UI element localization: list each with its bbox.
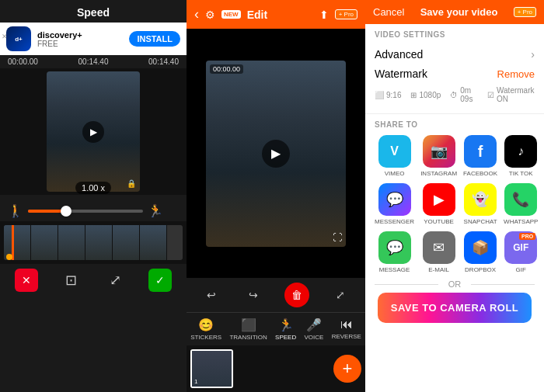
watermark-row: Watermark Remove [375, 65, 535, 82]
expand-icon[interactable]: ⤢ [330, 284, 351, 306]
snapchat-label: SNAPCHAT [464, 218, 497, 225]
vimeo-icon: V [378, 135, 411, 168]
lock-icon: 🔒 [127, 179, 136, 188]
stickers-icon: 😊 [198, 317, 214, 332]
ad-install-button[interactable]: INSTALL [129, 31, 180, 47]
mid-panel: ‹ ⚙ NEW Edit ⬆ + Pro 00:00.00 ▶ ⛶ ↩ ↪ 🗑 … [187, 0, 365, 392]
dropbox-icon: 📦 [464, 231, 497, 264]
delete-button[interactable]: 🗑 [284, 283, 309, 307]
timeline-strip [0, 221, 187, 264]
right-pro-badge: + Pro [514, 7, 536, 17]
snapchat-icon: 👻 [464, 183, 497, 216]
toolbar-speed[interactable]: 🏃 SPEED [275, 317, 296, 341]
speed-slider-row: 🚶 🏃 [0, 200, 171, 221]
cancel-button[interactable]: Cancel [373, 6, 404, 18]
new-badge: NEW [221, 10, 241, 19]
speed-label: SPEED [275, 334, 296, 341]
share-tiktok[interactable]: ♪ TIK TOK [504, 135, 538, 177]
close-button[interactable]: ✕ [15, 269, 38, 292]
settings-icon[interactable]: ⚙ [205, 9, 215, 21]
video-preview-area: ▶ 🔒 [0, 68, 187, 195]
meta-duration: ⏱ 0m 09s [450, 86, 478, 103]
email-label: E-MAIL [428, 266, 449, 273]
speed-slider-thumb[interactable] [61, 206, 71, 217]
ad-sub: FREE [37, 40, 123, 48]
share-messenger[interactable]: 💬 MESSENGER [375, 183, 414, 225]
dropbox-label: DROPBOX [465, 266, 496, 273]
mid-time-label: 00:00.00 [210, 64, 243, 74]
transition-label: TRANSITION [229, 334, 267, 341]
resolution-icon: ⊞ [410, 91, 417, 99]
ad-text: discovery+ FREE [37, 30, 123, 48]
watermark-label: Watermark [375, 68, 427, 80]
toolbar-reverse[interactable]: ⏮ REVERSE [332, 317, 361, 341]
timeline-film[interactable] [4, 225, 183, 260]
transition-icon: ⬛ [241, 317, 256, 332]
confirm-button[interactable]: ✓ [148, 269, 172, 292]
watermark-status: Watermark ON [497, 86, 535, 103]
left-panel: Speed d+ discovery+ FREE INSTALL ✕ 00:00… [0, 0, 187, 392]
watermark-remove[interactable]: Remove [497, 68, 535, 80]
mid-play-button[interactable]: ▶ [262, 140, 290, 168]
mid-filmstrip: 1 + [187, 345, 365, 392]
share-section: SHARE TO V VIMEO 📷 INSTAGRAM f FACEBOOK … [365, 114, 544, 392]
resize-button[interactable]: ⤢ [104, 269, 127, 292]
share-snapchat[interactable]: 👻 SNAPCHAT [463, 183, 497, 225]
advanced-label: Advanced [375, 48, 423, 61]
bottom-actions: ✕ ⊡ ⤢ ✓ [0, 264, 187, 297]
share-vimeo[interactable]: V VIMEO [375, 135, 414, 177]
share-whatsapp[interactable]: 📞 WHATSAPP [504, 183, 538, 225]
share-message[interactable]: 💬 MESSAGE [375, 231, 414, 273]
mid-video-thumbnail: 00:00.00 ▶ ⛶ [206, 61, 346, 247]
timeline-bar: 00:00.00 00:14.40 00:14.40 [0, 55, 187, 68]
share-instagram[interactable]: 📷 INSTAGRAM [420, 135, 457, 177]
undo-button[interactable]: ↩ [201, 284, 222, 306]
save-camera-roll-button[interactable]: SAVE TO CAMERA ROLL [378, 293, 532, 323]
pro-badge: + Pro [335, 9, 357, 19]
stickers-label: STICKERS [190, 334, 221, 341]
advanced-row[interactable]: Advanced › [375, 43, 535, 65]
film-thumb-1[interactable]: 1 [190, 349, 233, 388]
crop-button[interactable]: ⊡ [59, 269, 82, 292]
back-button[interactable]: ‹ [194, 6, 199, 23]
share-facebook[interactable]: f FACEBOOK [463, 135, 497, 177]
film-thumb-num-1: 1 [194, 378, 197, 385]
share-gif[interactable]: GIF PRO GIF [504, 231, 538, 273]
share-grid: V VIMEO 📷 INSTAGRAM f FACEBOOK ♪ TIK TOK… [375, 135, 535, 273]
toolbar-stickers[interactable]: 😊 STICKERS [190, 317, 221, 341]
edit-label: Edit [247, 9, 267, 21]
speed-toolbar-icon: 🏃 [278, 317, 294, 332]
gif-label: GIF [516, 266, 526, 273]
ad-name: discovery+ [37, 30, 123, 40]
vimeo-label: VIMEO [385, 170, 405, 177]
right-header: Cancel Save your video + Pro [365, 0, 544, 24]
play-button[interactable]: ▶ [82, 121, 104, 143]
fullscreen-icon[interactable]: ⛶ [333, 232, 342, 243]
watermark-check-icon: ☑ [487, 91, 494, 99]
voice-icon: 🎤 [306, 317, 322, 332]
share-icon[interactable]: ⬆ [319, 9, 329, 21]
tiktok-icon: ♪ [504, 135, 537, 168]
voice-label: VOICE [304, 334, 323, 341]
instagram-label: INSTAGRAM [420, 170, 457, 177]
film-thumb-inner-1 [192, 351, 232, 387]
reverse-label: REVERSE [332, 333, 361, 340]
tiktok-label: TIK TOK [509, 170, 533, 177]
video-settings-section: VIDEO SETTINGS Advanced › Watermark Remo… [365, 24, 544, 114]
speed-title: Speed [0, 0, 187, 23]
toolbar-voice[interactable]: 🎤 VOICE [304, 317, 323, 341]
share-youtube[interactable]: ▶ YOUTUBE [420, 183, 457, 225]
film-frame-4 [85, 225, 113, 260]
toolbar-transition[interactable]: ⬛ TRANSITION [229, 317, 267, 341]
video-settings-label: VIDEO SETTINGS [375, 30, 535, 39]
fast-speed-icon: 🏃 [148, 203, 163, 218]
save-camera-roll-text: SAVE TO CAMERA ROLL [391, 302, 519, 314]
add-clip-button[interactable]: + [333, 355, 361, 383]
speed-slider[interactable] [28, 210, 143, 213]
share-email[interactable]: ✉ E-MAIL [420, 231, 457, 273]
whatsapp-label: WHATSAPP [504, 218, 538, 225]
message-icon: 💬 [378, 231, 411, 264]
redo-button[interactable]: ↪ [242, 284, 264, 306]
share-dropbox[interactable]: 📦 DROPBOX [463, 231, 497, 273]
ad-banner: d+ discovery+ FREE INSTALL [0, 23, 187, 55]
